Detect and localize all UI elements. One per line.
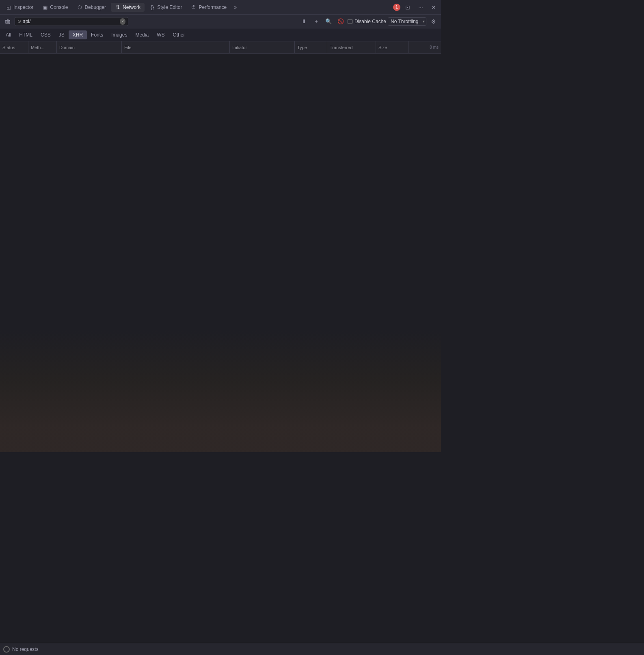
th-time[interactable]: 0 ms: [408, 41, 441, 53]
clear-filter-button[interactable]: ×: [120, 18, 125, 25]
tab-style-editor[interactable]: {} Style Editor: [145, 3, 186, 12]
block-button[interactable]: 🚫: [335, 16, 346, 27]
page-background-thumbnail: [0, 330, 441, 452]
toolbar: ◱ Inspector ▣ Console ⬡ Debugger ⇅ Netwo…: [0, 0, 441, 15]
th-file-label: File: [124, 45, 132, 50]
throttle-select[interactable]: No Throttling Fast 3G Slow 3G Offline: [388, 17, 426, 26]
inspector-icon: ◱: [6, 4, 11, 10]
search-icon: 🔍: [325, 18, 332, 24]
close-button[interactable]: ✕: [428, 2, 439, 13]
th-status-label: Status: [2, 45, 15, 50]
ftab-other-label: Other: [173, 32, 185, 38]
ftab-xhr-label: XHR: [73, 32, 83, 38]
disable-cache-text: Disable Cache: [354, 19, 386, 24]
th-file[interactable]: File: [122, 41, 230, 53]
clear-filter-icon: ×: [121, 19, 124, 24]
devtools-panel: ◱ Inspector ▣ Console ⬡ Debugger ⇅ Netwo…: [0, 0, 441, 452]
tab-inspector[interactable]: ◱ Inspector: [2, 3, 37, 12]
th-transferred[interactable]: Transferred: [327, 41, 376, 53]
ftab-js-label: JS: [59, 32, 65, 38]
th-type-label: Type: [297, 45, 307, 50]
tab-network[interactable]: ⇅ Network: [111, 3, 145, 12]
console-icon: ▣: [42, 4, 48, 10]
throttle-wrapper: No Throttling Fast 3G Slow 3G Offline: [388, 17, 426, 26]
th-domain-label: Domain: [59, 45, 75, 50]
settings-button[interactable]: ⚙: [428, 16, 439, 27]
ftab-ws-label: WS: [157, 32, 164, 38]
more-options-button[interactable]: ···: [415, 2, 426, 13]
ftab-js[interactable]: JS: [55, 30, 69, 39]
gear-icon: ⚙: [431, 18, 436, 25]
ftab-ws[interactable]: WS: [153, 30, 169, 39]
performance-icon: ⏱: [191, 4, 197, 10]
th-method[interactable]: Meth...: [28, 41, 57, 53]
ftab-html[interactable]: HTML: [15, 30, 37, 39]
table-header: Status Meth... Domain File Initiator Typ…: [0, 41, 441, 54]
pause-icon: ⏸: [301, 18, 307, 24]
tab-style-editor-label: Style Editor: [157, 4, 182, 10]
th-initiator-label: Initiator: [232, 45, 247, 50]
tab-debugger[interactable]: ⬡ Debugger: [73, 3, 110, 12]
tab-inspector-label: Inspector: [13, 4, 33, 10]
tab-network-label: Network: [123, 4, 140, 10]
more-options-icon: ···: [418, 4, 423, 11]
close-icon: ✕: [431, 4, 436, 11]
th-time-label: 0 ms: [430, 45, 439, 50]
th-type[interactable]: Type: [295, 41, 327, 53]
filter-left: ⊘ ×: [2, 16, 128, 27]
tab-console-label: Console: [50, 4, 68, 10]
th-size[interactable]: Size: [376, 41, 408, 53]
ftab-images-label: Images: [111, 32, 127, 38]
disable-cache-checkbox[interactable]: [348, 19, 352, 24]
ftab-media[interactable]: Media: [131, 30, 153, 39]
ftab-images[interactable]: Images: [107, 30, 131, 39]
clear-log-button[interactable]: [2, 16, 13, 27]
toolbar-right: 1 ⊡ ··· ✕: [393, 2, 439, 13]
filter-row: ⊘ × ⏸ + 🔍 🚫 Disable Cach: [0, 15, 441, 28]
filter-input[interactable]: [23, 19, 118, 24]
search-button[interactable]: 🔍: [323, 16, 334, 27]
th-method-label: Meth...: [31, 45, 45, 50]
block-icon: 🚫: [337, 18, 344, 24]
tab-debugger-label: Debugger: [84, 4, 106, 10]
th-transferred-label: Transferred: [330, 45, 352, 50]
disable-cache-label[interactable]: Disable Cache: [348, 19, 386, 24]
trash-icon: [5, 19, 11, 24]
ftab-all-label: All: [6, 32, 11, 38]
tab-console[interactable]: ▣ Console: [38, 3, 72, 12]
filter-funnel-icon: ⊘: [17, 19, 21, 24]
responsive-design-button[interactable]: ⊡: [402, 2, 413, 13]
network-requests-area: [0, 54, 441, 452]
more-tabs-button[interactable]: »: [231, 3, 239, 12]
filter-input-wrapper: ⊘ ×: [15, 17, 128, 26]
ftab-media-label: Media: [135, 32, 149, 38]
debugger-icon: ⬡: [77, 4, 82, 10]
th-status[interactable]: Status: [0, 41, 28, 53]
error-indicator[interactable]: 1: [393, 4, 400, 11]
style-editor-icon: {}: [149, 4, 155, 10]
ftab-css[interactable]: CSS: [37, 30, 55, 39]
tab-performance-label: Performance: [199, 4, 227, 10]
more-tabs-icon: »: [234, 4, 237, 10]
ftab-css-label: CSS: [41, 32, 51, 38]
error-badge: 1: [393, 4, 400, 11]
filter-right: ⏸ + 🔍 🚫 Disable Cache No Throttling Fast…: [299, 16, 439, 27]
ftab-other[interactable]: Other: [169, 30, 189, 39]
tab-performance[interactable]: ⏱ Performance: [187, 3, 231, 12]
pause-recording-button[interactable]: ⏸: [299, 16, 309, 27]
ftab-xhr[interactable]: XHR: [69, 30, 87, 39]
th-size-label: Size: [378, 45, 387, 50]
filter-tabs: All HTML CSS JS XHR Fonts Images Media W…: [0, 28, 441, 41]
network-icon: ⇅: [115, 4, 121, 10]
error-count: 1: [395, 5, 398, 9]
responsive-icon: ⊡: [405, 4, 410, 11]
ftab-html-label: HTML: [19, 32, 32, 38]
th-domain[interactable]: Domain: [57, 41, 122, 53]
th-initiator[interactable]: Initiator: [230, 41, 295, 53]
ftab-fonts-label: Fonts: [91, 32, 103, 38]
add-icon: +: [315, 18, 318, 24]
ftab-all[interactable]: All: [2, 30, 15, 39]
add-filter-button[interactable]: +: [311, 16, 322, 27]
ftab-fonts[interactable]: Fonts: [87, 30, 107, 39]
